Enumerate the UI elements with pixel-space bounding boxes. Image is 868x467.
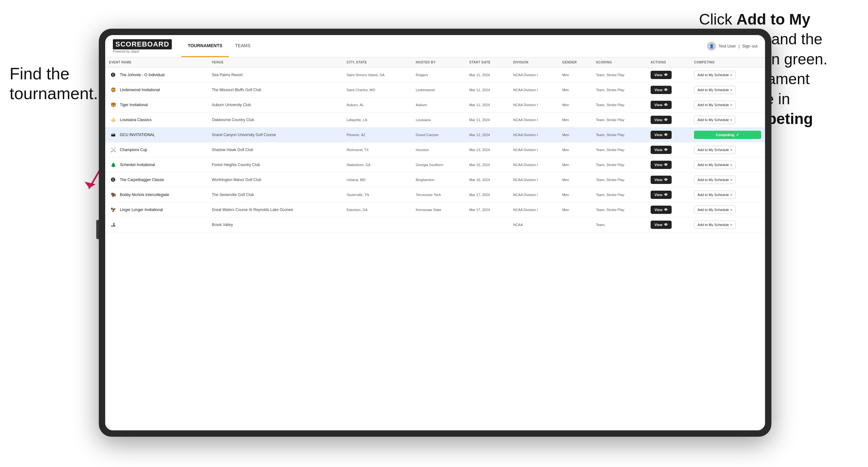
scoring-cell: Team, Stroke Play: [592, 127, 647, 143]
hosted-by-cell: Houston: [412, 143, 465, 157]
competing-cell: Add to My Schedule +: [690, 187, 765, 203]
hosted-by-cell: Auburn: [412, 97, 465, 113]
venue-cell: The Sevierville Golf Club: [208, 187, 343, 203]
event-name-text: Linger Longer Invitational: [120, 208, 163, 212]
event-name-cell: 🅡 The Johnnie - O Individual: [105, 68, 208, 83]
actions-cell: View 👁: [647, 68, 690, 83]
tournaments-table-container: EVENT NAME VENUE CITY, STATE HOSTED BY S…: [105, 57, 765, 430]
event-name-cell: 🦬 Bobby Nichols Intercollegiate: [105, 187, 208, 203]
view-button[interactable]: View 👁: [651, 191, 672, 199]
gender-cell: Men: [558, 187, 592, 203]
view-label: View: [654, 223, 662, 227]
event-name-cell: 🦅 Linger Longer Invitational: [105, 203, 208, 217]
competing-button[interactable]: Competing ✓: [694, 131, 761, 139]
add-to-schedule-button[interactable]: Add to My Schedule +: [694, 176, 736, 184]
eye-icon: 👁: [664, 192, 668, 197]
venue-cell: Worthington Manor Golf Club: [208, 173, 343, 187]
event-name-cell: ⚜️ Louisiana Classics: [105, 113, 208, 127]
actions-cell: View 👁: [647, 113, 690, 127]
plus-icon: +: [730, 223, 732, 227]
actions-cell: View 👁: [647, 143, 690, 157]
view-button[interactable]: View 👁: [651, 206, 672, 214]
competing-cell: Competing ✓: [690, 127, 765, 143]
table-header-row: EVENT NAME VENUE CITY, STATE HOSTED BY S…: [105, 57, 765, 68]
start-date-cell: [465, 217, 509, 232]
sign-out-link[interactable]: Sign out: [742, 44, 757, 49]
eye-icon: 👁: [664, 162, 668, 167]
event-name-text: Schenkel Invitational: [120, 162, 155, 167]
team-logo: 🦁: [109, 86, 117, 94]
add-to-schedule-button[interactable]: Add to My Schedule +: [694, 191, 736, 199]
table-row: 🦅 Linger Longer Invitational Great Water…: [105, 203, 765, 217]
hosted-by-cell: Georgia Southern: [412, 157, 465, 173]
view-label: View: [654, 73, 662, 77]
add-to-schedule-button[interactable]: Add to My Schedule +: [694, 71, 736, 79]
competing-cell: Add to My Schedule +: [690, 113, 765, 127]
tablet-side-button: [96, 220, 99, 239]
view-label: View: [654, 133, 662, 137]
actions-cell: View 👁: [647, 173, 690, 187]
view-button[interactable]: View 👁: [651, 146, 672, 154]
table-row: ⚔️ Champions Cup Shadow Hawk Golf ClubRi…: [105, 143, 765, 157]
view-button[interactable]: View 👁: [651, 176, 672, 184]
hosted-by-cell: Rutgers: [412, 68, 465, 83]
nav-tabs: TOURNAMENTS TEAMS: [181, 35, 257, 57]
view-button[interactable]: View 👁: [651, 101, 672, 109]
scoring-cell: Team, Stroke Play: [592, 187, 647, 203]
logo-area: SCOREBOARD Powered by clippd: [113, 39, 172, 53]
app-header: SCOREBOARD Powered by clippd TOURNAMENTS…: [105, 35, 765, 57]
division-cell: NCAA Division I: [509, 173, 558, 187]
event-name-text: The Johnnie - O Individual: [120, 73, 164, 77]
view-button[interactable]: View 👁: [651, 161, 672, 169]
venue-cell: Auburn University Club: [208, 97, 343, 113]
start-date-cell: Mar 11, 2024: [465, 113, 509, 127]
competing-cell: Add to My Schedule +: [690, 83, 765, 97]
hosted-by-cell: Lindenwood: [412, 83, 465, 97]
scoring-cell: Team, Stroke Play: [592, 83, 647, 97]
city-state-cell: Lafayette, LA: [343, 113, 412, 127]
table-row: 🦁 Lindenwood Invitational The Missouri B…: [105, 83, 765, 97]
division-cell: NCAA Division I: [509, 157, 558, 173]
view-button[interactable]: View 👁: [651, 131, 672, 139]
hosted-by-cell: [412, 217, 465, 232]
actions-cell: View 👁: [647, 97, 690, 113]
add-to-schedule-button[interactable]: Add to My Schedule +: [694, 161, 736, 169]
division-cell: NCAA Division I: [509, 127, 558, 143]
division-cell: NCAA Division I: [509, 68, 558, 83]
annotation-left: Find the tournament.: [9, 64, 99, 103]
col-division: DIVISION: [509, 57, 558, 68]
city-state-cell: Auburn, AL: [343, 97, 412, 113]
view-button[interactable]: View 👁: [651, 116, 672, 124]
view-button[interactable]: View 👁: [651, 86, 672, 94]
venue-cell: Brook Valley: [208, 217, 343, 232]
view-button[interactable]: View 👁: [651, 71, 672, 79]
plus-icon: +: [730, 118, 732, 122]
user-avatar: 👤: [707, 42, 716, 51]
event-name-cell: 🦁 Lindenwood Invitational: [105, 83, 208, 97]
add-to-schedule-button[interactable]: Add to My Schedule +: [694, 101, 736, 109]
start-date-cell: Mar 15, 2024: [465, 157, 509, 173]
division-cell: NCAA Division I: [509, 113, 558, 127]
event-name-cell: ⚔️ Champions Cup: [105, 143, 208, 157]
plus-icon: +: [730, 163, 732, 167]
scoring-cell: Team, Stroke Play: [592, 97, 647, 113]
gender-cell: Men: [558, 68, 592, 83]
add-to-schedule-button[interactable]: Add to My Schedule +: [694, 116, 736, 124]
tab-tournaments[interactable]: TOURNAMENTS: [181, 35, 229, 57]
event-name-text: The Carpetbagger Classic: [120, 178, 164, 182]
tablet-frame: SCOREBOARD Powered by clippd TOURNAMENTS…: [99, 29, 771, 437]
add-to-schedule-button[interactable]: Add to My Schedule +: [694, 206, 736, 214]
tablet-screen: SCOREBOARD Powered by clippd TOURNAMENTS…: [105, 35, 765, 430]
add-to-schedule-button[interactable]: Add to My Schedule +: [694, 221, 736, 229]
event-name-text: Louisiana Classics: [120, 118, 151, 122]
hosted-by-cell: Louisiana: [412, 113, 465, 127]
add-to-schedule-button[interactable]: Add to My Schedule +: [694, 146, 736, 154]
col-start-date: START DATE: [465, 57, 509, 68]
venue-cell: Great Waters Course At Reynolds Lake Oco…: [208, 203, 343, 217]
venue-cell: Forest Heights Country Club: [208, 157, 343, 173]
tab-teams[interactable]: TEAMS: [229, 35, 257, 57]
eye-icon: 👁: [664, 118, 668, 122]
col-city-state: CITY, STATE: [343, 57, 412, 68]
add-to-schedule-button[interactable]: Add to My Schedule +: [694, 86, 736, 94]
view-button[interactable]: View 👁: [651, 221, 672, 229]
